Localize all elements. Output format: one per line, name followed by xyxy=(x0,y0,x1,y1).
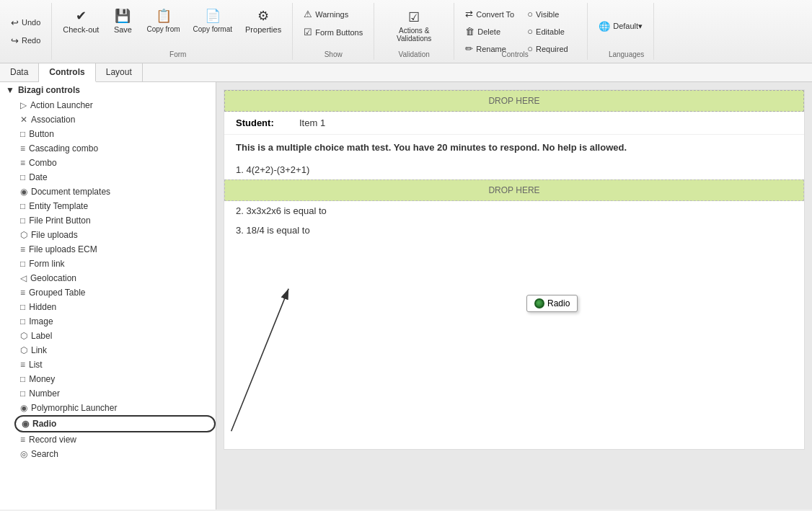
sidebar-item-radio[interactable]: ◉Radio xyxy=(14,415,216,432)
undo-button[interactable]: ↩ Undo xyxy=(6,14,45,31)
form-group-label: Form xyxy=(58,50,298,58)
sidebar-item-label-money: Money xyxy=(29,374,55,384)
convert-to-button[interactable]: ⇄ Convert To xyxy=(460,6,519,22)
sidebar-item-file-print-button[interactable]: □File Print Button xyxy=(14,213,216,228)
language-group: 🌐 Default▾ Languages xyxy=(588,3,654,60)
sidebar-item-document-templates[interactable]: ◉Document templates xyxy=(14,185,216,199)
number-icon: □ xyxy=(20,388,25,399)
controls-group: ⇄ Convert To ○ Visible 🗑 Delete ○ Editab… xyxy=(454,3,588,60)
instruction-text: This is a multiple choice math test. You… xyxy=(224,135,804,160)
sidebar-item-image[interactable]: □Image xyxy=(14,314,216,329)
sidebar-item-entity-template[interactable]: □Entity Template xyxy=(14,199,216,213)
list-icon: ≡ xyxy=(20,360,25,370)
delete-button[interactable]: 🗑 Delete xyxy=(460,23,519,40)
record-view-icon: ≡ xyxy=(20,435,25,445)
sidebar-item-file-uploads-ecm[interactable]: ≡File uploads ECM xyxy=(14,242,216,257)
sidebar-item-label-record-view: Record view xyxy=(29,435,76,445)
sidebar-item-action-launcher[interactable]: ▷Action Launcher xyxy=(14,98,216,112)
form-link-icon: □ xyxy=(20,259,25,269)
form-group: ✔ Check-out 💾 Save 📋 Copy from 📄 Copy fo… xyxy=(52,3,293,60)
action-launcher-icon: ▷ xyxy=(20,100,27,110)
sidebar-item-association[interactable]: ✕Association xyxy=(14,112,216,127)
sidebar-item-label-hidden: Hidden xyxy=(29,302,56,312)
languages-group-label: Languages xyxy=(593,50,659,58)
grouped-table-icon: ≡ xyxy=(20,288,25,298)
visible-icon: ○ xyxy=(527,9,533,19)
sidebar-item-link[interactable]: ⬡Link xyxy=(14,343,216,357)
money-icon: □ xyxy=(20,374,25,384)
tree-root[interactable]: ▼ Bizagi controls xyxy=(0,82,216,98)
sidebar-item-money[interactable]: □Money xyxy=(14,372,216,386)
sidebar-item-grouped-table[interactable]: ≡Grouped Table xyxy=(14,285,216,300)
tab-controls[interactable]: Controls xyxy=(39,63,95,82)
sidebar-item-label-entity-template: Entity Template xyxy=(29,201,88,211)
sidebar-item-date[interactable]: □Date xyxy=(14,170,216,185)
entity-template-icon: □ xyxy=(20,201,25,211)
sidebar-item-record-view[interactable]: ≡Record view xyxy=(14,432,216,447)
sidebar-item-label-file-print-button: File Print Button xyxy=(29,215,90,226)
copy-from-button[interactable]: 📋 Copy from xyxy=(141,4,185,37)
sidebar-item-label-number: Number xyxy=(29,388,60,399)
sidebar-item-label-action-launcher: Action Launcher xyxy=(30,100,93,110)
undo-icon: ↩ xyxy=(11,17,19,28)
sidebar-item-label-geolocation: Geolocation xyxy=(30,273,76,283)
sidebar-item-number[interactable]: □Number xyxy=(14,386,216,401)
student-label: Student: xyxy=(236,117,294,128)
sidebar-item-label-file-uploads-ecm: File uploads ECM xyxy=(29,244,97,254)
validation-group: ☑ Actions & Validations Validation xyxy=(374,3,454,60)
sidebar-item-list[interactable]: ≡List xyxy=(14,357,216,372)
redo-icon: ↪ xyxy=(11,35,19,46)
sidebar-item-cascading-combo[interactable]: ≡Cascading combo xyxy=(14,141,216,156)
sidebar-item-label-association: Association xyxy=(31,115,75,125)
main-layout: ▼ Bizagi controls ▷Action Launcher✕Assoc… xyxy=(0,82,812,510)
sidebar-item-file-uploads[interactable]: ⬡File uploads xyxy=(14,228,216,242)
warnings-icon: ⚠ xyxy=(304,9,312,19)
sidebar-item-search[interactable]: ◎Search xyxy=(14,447,216,461)
polymorphic-launcher-icon: ◉ xyxy=(20,403,27,413)
convert-to-icon: ⇄ xyxy=(465,9,473,19)
properties-button[interactable]: ⚙ Properties xyxy=(240,4,286,37)
sidebar-item-combo[interactable]: ≡Combo xyxy=(14,156,216,170)
sidebar-item-label-date: Date xyxy=(29,172,47,182)
show-group-label: Show xyxy=(299,50,368,58)
checkout-button[interactable]: ✔ Check-out xyxy=(58,4,104,37)
canvas-area: DROP HERE Student: Item 1 This is a mult… xyxy=(216,82,812,510)
form-canvas: DROP HERE Student: Item 1 This is a mult… xyxy=(224,89,805,450)
default-button[interactable]: 🌐 Default▾ xyxy=(593,18,648,35)
drop-zone-top[interactable]: DROP HERE xyxy=(224,90,804,112)
save-button[interactable]: 💾 Save xyxy=(107,4,138,37)
tree-items-container: ▷Action Launcher✕Association□Button≡Casc… xyxy=(0,98,216,461)
question-2: 2. 3x3x2x6 is equal to xyxy=(224,201,804,221)
drop-zone-q1[interactable]: DROP HERE xyxy=(224,179,804,201)
sidebar-item-polymorphic-launcher[interactable]: ◉Polymorphic Launcher xyxy=(14,401,216,415)
editable-button[interactable]: ○ Editable xyxy=(522,23,581,40)
sidebar-item-button[interactable]: □Button xyxy=(14,127,216,141)
copy-format-icon: 📄 xyxy=(205,8,221,24)
sidebar-item-label-radio: Radio xyxy=(32,419,56,429)
form-buttons-icon: ☑ xyxy=(304,27,312,37)
form-buttons-button[interactable]: ☑ Form Buttons xyxy=(299,24,368,40)
sidebar-item-label-document-templates: Document templates xyxy=(31,187,110,197)
label-icon: ⬡ xyxy=(20,331,27,341)
association-icon: ✕ xyxy=(20,115,27,125)
warnings-button[interactable]: ⚠ Warnings xyxy=(299,6,368,22)
sidebar-item-form-link[interactable]: □Form link xyxy=(14,257,216,271)
sidebar-item-label-combo: Combo xyxy=(29,158,57,168)
sidebar-item-label[interactable]: ⬡Label xyxy=(14,329,216,343)
sidebar-item-label-file-uploads: File uploads xyxy=(31,230,78,240)
tab-layout[interactable]: Layout xyxy=(96,63,143,81)
link-icon: ⬡ xyxy=(20,345,27,355)
redo-button[interactable]: ↪ Redo xyxy=(6,32,45,49)
validation-group-label: Validation xyxy=(374,50,454,58)
actions-button[interactable]: ☑ Actions & Validations xyxy=(380,6,448,46)
visible-button[interactable]: ○ Visible xyxy=(522,6,581,22)
question-3: 3. 18/4 is equal to xyxy=(224,221,804,240)
sidebar-item-label-grouped-table: Grouped Table xyxy=(29,288,86,298)
sidebar-item-hidden[interactable]: □Hidden xyxy=(14,300,216,314)
tab-data[interactable]: Data xyxy=(0,63,39,81)
copy-format-button[interactable]: 📄 Copy format xyxy=(188,4,237,37)
document-templates-icon: ◉ xyxy=(20,187,27,197)
sidebar-item-label-form-link: Form link xyxy=(29,259,64,269)
drag-tooltip: Radio xyxy=(526,295,578,312)
sidebar-item-geolocation[interactable]: ◁Geolocation xyxy=(14,271,216,285)
